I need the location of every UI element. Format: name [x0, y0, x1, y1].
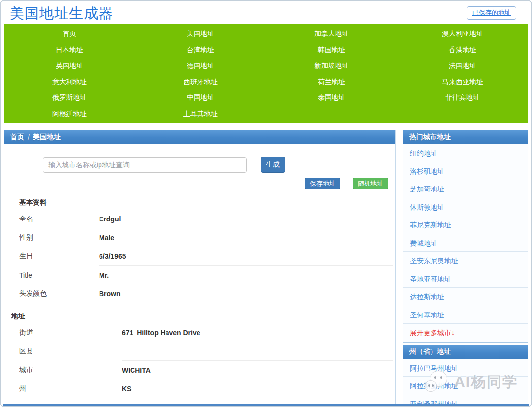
- field-value: WICHITA: [122, 361, 393, 379]
- sidebar-item-houston[interactable]: 休斯敦地址: [403, 198, 528, 217]
- sidebar-item-dallas[interactable]: 达拉斯地址: [403, 288, 528, 306]
- nav-item-australia[interactable]: 澳大利亚地址: [397, 30, 528, 38]
- breadcrumb-current[interactable]: 美国地址: [33, 133, 61, 142]
- field-value: Mr.: [99, 266, 393, 284]
- sidebar-item-philadelphia[interactable]: 费城地址: [403, 234, 528, 252]
- nav-item-malaysia[interactable]: 马来西亚地址: [397, 78, 528, 87]
- sidebar-item-chicago[interactable]: 芝加哥地址: [403, 180, 528, 198]
- field-label: 生日: [4, 247, 99, 266]
- field-row-haircolor: 头发颜色 Brown: [4, 284, 395, 303]
- sidebar-item-alaska[interactable]: 阿拉斯加州地址: [403, 377, 528, 395]
- nav-item-germany[interactable]: 德国地址: [135, 62, 266, 70]
- field-row-gender: 性别 Male: [4, 228, 395, 247]
- nav-item-turkey[interactable]: 土耳其地址: [135, 110, 266, 119]
- sidebar-item-sanjose[interactable]: 圣何塞地址: [403, 306, 528, 324]
- content: 首页 / 美国地址 生成 保存地址 随机地址 基本资料 全名 Erdgul 性别…: [4, 130, 528, 407]
- site-header: 美国地址生成器 已保存的地址: [4, 1, 528, 24]
- search-input[interactable]: [43, 157, 247, 173]
- field-label: 城市: [4, 361, 122, 379]
- sidebar-item-alabama[interactable]: 阿拉巴马州地址: [403, 359, 528, 377]
- nav-item-japan[interactable]: 日本地址: [4, 46, 135, 55]
- nav-item-us[interactable]: 美国地址: [135, 30, 266, 38]
- nav-item-canada[interactable]: 加拿大地址: [266, 30, 397, 38]
- nav-item-netherlands[interactable]: 荷兰地址: [266, 78, 397, 87]
- field-value: 671 Hilltop Haven Drive: [122, 323, 393, 342]
- field-value: Male: [99, 228, 393, 247]
- field-label: 州: [4, 379, 122, 398]
- nav-item-singapore[interactable]: 新加坡地址: [266, 62, 397, 70]
- nav-item-hongkong[interactable]: 香港地址: [397, 46, 528, 55]
- field-value: Erdgul: [99, 210, 393, 228]
- sidebar-item-losangeles[interactable]: 洛杉矶地址: [403, 162, 528, 181]
- field-value: [122, 342, 393, 361]
- nav-item-philippines[interactable]: 菲律宾地址: [397, 94, 528, 102]
- generate-button[interactable]: 生成: [261, 157, 285, 173]
- breadcrumb-home-link[interactable]: 首页: [10, 133, 24, 142]
- sidebar-item-sandiego[interactable]: 圣地亚哥地址: [403, 270, 528, 288]
- nav-item-argentina[interactable]: 阿根廷地址: [4, 110, 135, 119]
- nav-item-uk[interactable]: 英国地址: [4, 62, 135, 70]
- nav-item-thailand[interactable]: 泰国地址: [266, 94, 397, 102]
- nav-item-spain[interactable]: 西班牙地址: [135, 78, 266, 87]
- page: 美国地址生成器 已保存的地址 首页 美国地址 加拿大地址 澳大利亚地址 日本地址…: [0, 0, 532, 407]
- sidebar: 热门城市地址 纽约地址 洛杉矶地址 芝加哥地址 休斯敦地址 菲尼克斯地址 费城地…: [403, 130, 528, 407]
- hot-cities-header: 热门城市地址: [403, 130, 528, 144]
- address-section-title: 地址: [11, 311, 395, 321]
- states-panel: 州（省）地址 阿拉巴马州地址 阿拉斯加州地址 亚利桑那州地址: [403, 345, 528, 407]
- field-row-street: 街道 671 Hilltop Haven Drive: [4, 323, 395, 342]
- field-value: 6/3/1965: [99, 247, 393, 266]
- field-row-fullname: 全名 Erdgul: [4, 210, 395, 228]
- saved-addresses-button[interactable]: 已保存的地址: [467, 6, 516, 20]
- field-label: Title: [4, 266, 99, 284]
- site-title: 美国地址生成器: [10, 4, 113, 24]
- hot-cities-panel: 热门城市地址 纽约地址 洛杉矶地址 芝加哥地址 休斯敦地址 菲尼克斯地址 费城地…: [403, 130, 528, 343]
- nav-item-russia[interactable]: 俄罗斯地址: [4, 94, 135, 102]
- profile-section-title: 基本资料: [19, 197, 395, 208]
- field-row-district: 区县: [4, 342, 395, 361]
- main-nav: 首页 美国地址 加拿大地址 澳大利亚地址 日本地址 台湾地址 韩国地址 香港地址…: [4, 24, 528, 123]
- footer-strip: [3, 404, 529, 406]
- nav-item-france[interactable]: 法国地址: [397, 62, 528, 70]
- field-value: KS: [122, 379, 393, 398]
- field-label: 区县: [4, 342, 122, 361]
- field-label: 头发颜色: [4, 284, 99, 303]
- sidebar-item-phoenix[interactable]: 菲尼克斯地址: [403, 216, 528, 234]
- action-row: 保存地址 随机地址: [4, 178, 395, 189]
- field-row-title: Title Mr.: [4, 266, 395, 284]
- field-label: 性别: [4, 228, 99, 247]
- sidebar-item-sanantonio[interactable]: 圣安东尼奥地址: [403, 252, 528, 270]
- field-row-birthday: 生日 6/3/1965: [4, 247, 395, 266]
- field-row-state: 州 KS: [4, 379, 395, 398]
- nav-item-china[interactable]: 中国地址: [135, 94, 266, 102]
- sidebar-item-newyork[interactable]: 纽约地址: [403, 144, 528, 162]
- search-row: 生成: [43, 157, 395, 173]
- field-label: 街道: [4, 323, 122, 342]
- nav-item-taiwan[interactable]: 台湾地址: [135, 46, 266, 55]
- field-label: 全名: [4, 210, 99, 228]
- nav-item-home[interactable]: 首页: [4, 30, 135, 38]
- nav-item-korea[interactable]: 韩国地址: [266, 46, 397, 55]
- states-header: 州（省）地址: [403, 345, 528, 359]
- breadcrumb-separator: /: [28, 133, 30, 141]
- save-address-button[interactable]: 保存地址: [305, 178, 340, 189]
- nav-item-italy[interactable]: 意大利地址: [4, 78, 135, 87]
- random-address-button[interactable]: 随机地址: [353, 178, 388, 189]
- main-panel: 首页 / 美国地址 生成 保存地址 随机地址 基本资料 全名 Erdgul 性别…: [4, 130, 396, 407]
- breadcrumb: 首页 / 美国地址: [4, 130, 395, 144]
- field-row-city: 城市 WICHITA: [4, 361, 395, 379]
- expand-more-cities-link[interactable]: 展开更多城市↓: [403, 324, 528, 342]
- field-value: Brown: [99, 284, 393, 303]
